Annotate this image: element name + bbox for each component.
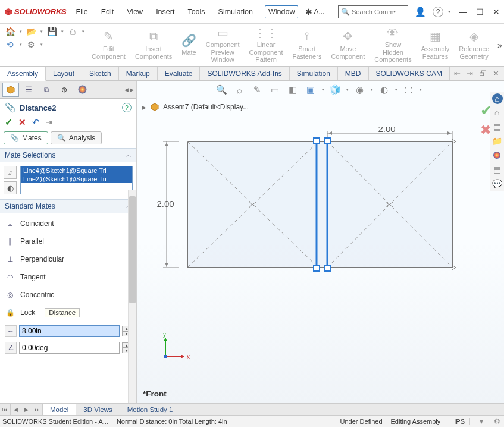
forum-icon[interactable]: 💬	[490, 177, 503, 190]
mate-align-icon[interactable]: ◐	[4, 181, 17, 194]
hide-show-icon[interactable]: 🧊	[328, 83, 342, 96]
btab-3dviews[interactable]: 3D Views	[76, 404, 120, 415]
resources-icon[interactable]: ⌂	[492, 93, 503, 104]
login-icon[interactable]: 👤	[413, 5, 428, 19]
help-icon[interactable]: ?	[433, 7, 443, 17]
mate-entities-icon[interactable]: ⫽	[4, 166, 17, 179]
dimxpert-icon[interactable]: ⊕	[56, 83, 73, 97]
subtab-analysis[interactable]: 🔍Analysis	[51, 131, 102, 144]
orientation-triad[interactable]: x y	[155, 332, 190, 367]
rebuild-icon[interactable]: ⟲	[5, 39, 15, 50]
tab-markup[interactable]: Markup	[119, 67, 158, 80]
search-input[interactable]	[352, 8, 393, 15]
panel-left-icon[interactable]: ⇤	[454, 69, 461, 78]
search-dropdown-icon[interactable]: ▾	[393, 9, 396, 14]
property-manager-icon[interactable]: ☰	[20, 83, 37, 97]
apply-scene-icon[interactable]: ◐	[377, 83, 391, 96]
tab-cam[interactable]: SOLIDWORKS CAM	[369, 67, 450, 80]
ribbon-edit-component[interactable]: ✎Edit Component	[87, 25, 130, 65]
ribbon-move-component[interactable]: ✥Move Component	[326, 25, 370, 65]
file-explorer-icon[interactable]: ▤	[490, 120, 503, 133]
selection-item-2[interactable]: Line2@Sketch1@Square Tri	[21, 175, 132, 183]
appearances-icon[interactable]	[490, 149, 503, 162]
ribbon-smart-fasteners[interactable]: ⟟Smart Fasteners	[287, 25, 326, 65]
cancel-button[interactable]: ✕	[18, 117, 26, 128]
angle-input[interactable]	[19, 342, 120, 354]
tab-simulation[interactable]: Simulation	[290, 67, 338, 80]
selection-list[interactable]: Line4@Sketch1@Square Tri Line2@Sketch1@S…	[20, 166, 133, 194]
undo-button[interactable]: ↶	[32, 117, 40, 128]
status-gear-icon[interactable]: ⚙	[493, 417, 502, 426]
view-orientation-icon[interactable]: ▣	[303, 83, 318, 96]
section-mate-selections[interactable]: Mate Selections︿	[0, 148, 136, 162]
btab-motion[interactable]: Motion Study 1	[120, 404, 181, 415]
ribbon-mate[interactable]: 🔗Mate	[177, 25, 201, 65]
ribbon-linear-pattern[interactable]: ⋮⋮Linear Component Pattern	[245, 25, 288, 65]
selection-item-1[interactable]: Line4@Sketch1@Square Tri	[21, 166, 132, 175]
previous-view-icon[interactable]: ✎	[250, 83, 264, 96]
ribbon-component-preview[interactable]: ▭Component Preview Window	[201, 25, 245, 65]
menu-insert[interactable]: Insert	[155, 5, 176, 18]
mate-concentric[interactable]: ◎Concentric	[0, 286, 136, 304]
btab-model[interactable]: Model	[43, 404, 76, 415]
tab-assembly[interactable]: Assembly	[0, 67, 46, 81]
graphics-area[interactable]: 🔍 ⌕ ✎ ▭ ◧ ▣▾ 🧊▾ ◉▾ ◐▾ 🖵▾ ▶ Assem7 (Defau…	[137, 81, 504, 403]
menu-edit[interactable]: Edit	[100, 5, 115, 18]
pushpin-icon[interactable]: ⇥	[46, 118, 52, 127]
menu-view[interactable]: View	[126, 5, 144, 18]
close-button[interactable]: ✕	[492, 7, 500, 17]
panel-close-icon[interactable]: ✕	[493, 69, 499, 78]
tab-mbd[interactable]: MBD	[338, 67, 369, 80]
mate-parallel[interactable]: ∥Parallel	[0, 232, 136, 250]
display-style-icon[interactable]: ◧	[286, 83, 300, 96]
maximize-button[interactable]: ☐	[475, 7, 484, 17]
tab-evaluate[interactable]: Evaluate	[158, 67, 201, 80]
property-help-icon[interactable]: ?	[122, 103, 132, 112]
menu-simulation[interactable]: Simulation	[217, 5, 254, 18]
panel-prev-icon[interactable]: ◀	[124, 87, 129, 93]
save-icon[interactable]: 💾	[46, 26, 57, 37]
panel-restore-icon[interactable]: 🗗	[479, 69, 487, 78]
menu-file[interactable]: File	[75, 5, 89, 18]
nav-last-icon[interactable]: ⏭	[32, 404, 43, 415]
scene-icon[interactable]: ◉	[352, 83, 367, 96]
home-icon[interactable]: 🏠	[5, 26, 15, 37]
panel-scrollbar[interactable]	[128, 190, 136, 403]
breadcrumb[interactable]: ▶ Assem7 (Default<Display...	[142, 102, 249, 112]
nav-next-icon[interactable]: ▶	[21, 404, 32, 415]
mate-coincident[interactable]: ⩡Coincident	[0, 215, 136, 232]
mate-tangent[interactable]: ◠Tangent	[0, 268, 136, 286]
configuration-icon[interactable]: ⧉	[38, 83, 55, 97]
tab-layout[interactable]: Layout	[46, 67, 82, 80]
zoom-area-icon[interactable]: ⌕	[232, 83, 246, 96]
status-caret-icon[interactable]: ▾	[478, 417, 484, 426]
section-standard-mates[interactable]: Standard Mates︿	[0, 199, 136, 213]
display-icon[interactable]	[74, 83, 90, 97]
ribbon-assembly-features[interactable]: ▦Assembly Features	[417, 25, 455, 65]
mate-lock[interactable]: 🔒LockDistance	[0, 304, 136, 322]
print-icon[interactable]: ⎙	[67, 26, 78, 37]
extra-menu[interactable]: ✱ A...	[305, 7, 324, 17]
status-units[interactable]: IPS	[449, 418, 470, 425]
distance-input[interactable]	[19, 325, 120, 337]
minimize-button[interactable]: —	[459, 7, 467, 17]
tab-sketch[interactable]: Sketch	[82, 67, 119, 80]
nav-first-icon[interactable]: ⏮	[0, 404, 11, 415]
ribbon-overflow-icon[interactable]: »	[494, 40, 504, 50]
tab-addins[interactable]: SOLIDWORKS Add-Ins	[200, 67, 289, 80]
ribbon-reference-geometry[interactable]: ◈Reference Geometry	[454, 25, 494, 65]
ribbon-insert-components[interactable]: ⧉Insert Components	[130, 25, 177, 65]
mate-perpendicular[interactable]: ⊥Perpendicular	[0, 250, 136, 268]
zoom-fit-icon[interactable]: 🔍	[214, 83, 228, 96]
custom-props-icon[interactable]: ▤	[490, 163, 503, 176]
command-search[interactable]: 🔍 ▾	[338, 5, 408, 18]
panel-next-icon[interactable]: ▶	[130, 87, 134, 93]
section-view-icon[interactable]: ▭	[268, 83, 282, 96]
subtab-mates[interactable]: 📎Mates	[4, 131, 48, 144]
feature-tree-icon[interactable]	[2, 83, 19, 97]
open-icon[interactable]: 📂	[26, 26, 36, 37]
nav-prev-icon[interactable]: ◀	[11, 404, 21, 415]
help-dropdown-icon[interactable]: ▾	[448, 9, 450, 14]
ok-button[interactable]: ✓	[5, 117, 12, 128]
view-palette-icon[interactable]: 📁	[490, 134, 503, 147]
